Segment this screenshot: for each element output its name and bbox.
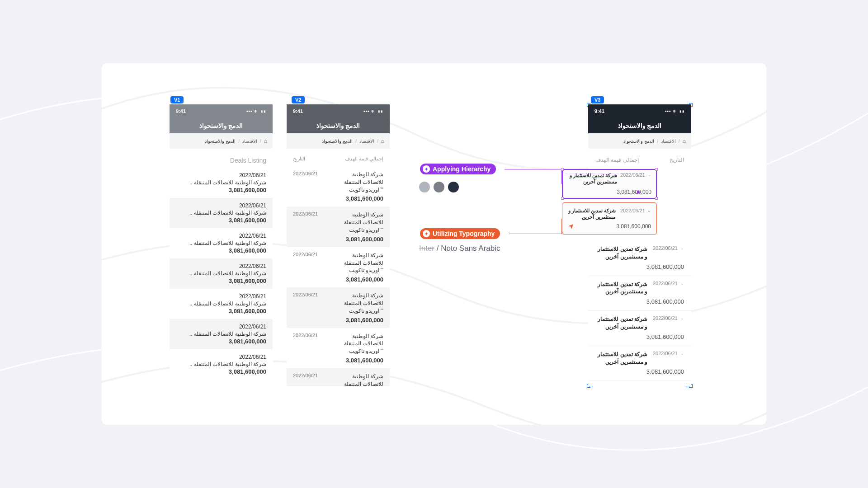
list-item[interactable]: 2022/06/21.. شركة الوطنية للاتصالات المت… — [170, 198, 273, 228]
crumb-parent[interactable]: الاقتصاد — [359, 139, 374, 144]
chevron-down-icon[interactable]: ⌄ — [680, 316, 684, 320]
list-item[interactable]: 2022/06/21شركة الوطنية للاتصالات المتنقل… — [287, 328, 390, 368]
annotation-typography[interactable]: ✦ Utilizing Typography — [420, 228, 500, 239]
deal-name: شركة تمدين للاستثمار و مستثمرين آخرين — [595, 281, 647, 296]
deal-name: .. شركة الوطنية للاتصالات المتنقلة — [176, 240, 266, 246]
deal-date: 2022/06/21 — [176, 172, 266, 178]
callout-name: شركة تمدين للاستثمار و مستثمرين آخرين — [568, 207, 616, 221]
deal-date: 2022/06/21 — [176, 324, 266, 330]
chevron-down-icon[interactable]: ⌄ — [680, 281, 684, 286]
deal-date: 2022/06/21 — [176, 263, 266, 269]
list-item[interactable]: 2022/06/21.. شركة الوطنية للاتصالات المت… — [170, 319, 273, 349]
deal-name: شركة تمدين للاستثمار و مستثمرين آخرين — [595, 315, 647, 331]
design-canvas: V1 V2 V3 9:41 ••• ᯤ ▮▮ الدمج والاستحواذ … — [102, 63, 766, 425]
chevron-down-icon[interactable]: ⌄ — [680, 351, 684, 356]
page-title: الدمج والاستحواذ — [588, 118, 691, 133]
breadcrumb[interactable]: الدمج والاستحواذ / الاقتصاد / ⌂ — [287, 133, 390, 149]
deal-amount: 3,081,600,000 — [176, 217, 266, 224]
deal-amount: 3,081,600,000 — [331, 276, 383, 283]
list-item[interactable]: شركة تمدين للاستثمار و مستثمرين آخرين202… — [588, 311, 691, 346]
status-bar: 9:41 ••• ᯤ ▮▮ — [588, 104, 691, 118]
deal-amount: 3,081,600,000 — [176, 368, 266, 375]
deal-name: شركة الوطنية للاتصالات المتنقلة "اوريدو … — [331, 292, 383, 314]
deal-date: 2022/06/21 — [176, 202, 266, 209]
list-item[interactable]: 2022/06/21شركة الوطنية للاتصالات المتنقل… — [287, 247, 390, 287]
deal-date: 2022/06/21 — [293, 171, 326, 202]
callout-hierarchy[interactable]: 2022/06/21⌄ شركة تمدين للاستثمار و مستثم… — [562, 169, 657, 199]
home-icon[interactable]: ⌂ — [683, 138, 686, 144]
crumb-parent[interactable]: الاقتصاد — [242, 139, 257, 144]
connector-line — [505, 169, 562, 184]
swatch-dark[interactable] — [448, 182, 459, 192]
deal-name: .. شركة الوطنية للاتصالات المتنقلة — [176, 179, 266, 186]
crumb-sep: / — [260, 139, 261, 144]
list-item[interactable]: 2022/06/21.. شركة الوطنية للاتصالات المت… — [170, 258, 273, 289]
status-time: 9:41 — [594, 108, 604, 114]
list-item[interactable]: شركة تمدين للاستثمار و مستثمرين آخرين202… — [588, 346, 691, 381]
annotation-label: Applying Hierarchy — [433, 165, 491, 173]
deal-date: 2022/06/21 — [653, 351, 678, 356]
list-item[interactable]: 2022/06/21شركة الوطنية للاتصالات المتنقل… — [287, 368, 390, 386]
deal-amount: 3,081,600,000 — [331, 317, 383, 324]
deals-list: شركة تمدين للاستثمار و مستثمرين آخرين202… — [588, 241, 691, 381]
swatch-light[interactable] — [419, 182, 430, 192]
deal-date: 2022/06/21 — [176, 293, 266, 300]
list-item[interactable]: 2022/06/21.. شركة الوطنية للاتصالات المت… — [170, 289, 273, 319]
typography-note: Inter / Noto Sans Arabic — [419, 244, 500, 253]
breadcrumb[interactable]: الدمج والاستحواذ / الاقتصاد / ⌂ — [588, 133, 691, 149]
annotation-hierarchy[interactable]: ✦ Applying Hierarchy — [420, 164, 496, 174]
deal-amount: 3,081,600,000 — [595, 333, 684, 340]
crumb-current[interactable]: الدمج والاستحواذ — [623, 139, 654, 144]
arrow-icon: ➤ — [567, 221, 577, 231]
list-item[interactable]: 2022/06/21شركة الوطنية للاتصالات المتنقل… — [287, 287, 390, 328]
col-date: التاريخ — [293, 156, 305, 162]
deal-amount: 3,081,600,000 — [331, 357, 383, 364]
deal-amount: 3,081,600,000 — [176, 187, 266, 193]
deal-date: 2022/06/21 — [293, 333, 326, 364]
deal-date: 2022/06/21 — [293, 211, 326, 242]
deal-amount: 3,081,600,000 — [595, 298, 684, 305]
deal-date: 2022/06/21 — [176, 233, 266, 239]
home-icon[interactable]: ⌂ — [264, 138, 267, 144]
color-swatches — [419, 182, 459, 192]
callout-amount: 3,081,600,000 — [568, 223, 651, 230]
deal-date: 2022/06/21 — [176, 354, 266, 360]
crumb-parent[interactable]: الاقتصاد — [661, 139, 676, 144]
list-item[interactable]: شركة تمدين للاستثمار و مستثمرين آخرين202… — [588, 241, 691, 276]
status-time: 9:41 — [293, 108, 303, 114]
listing-label: Deals Listing — [170, 149, 273, 168]
font-before: Inter — [419, 244, 434, 253]
list-item[interactable]: شركة تمدين للاستثمار و مستثمرين آخرين202… — [588, 276, 691, 311]
deal-date: 2022/06/21 — [293, 292, 326, 323]
callout-typography[interactable]: شركة تمدين للاستثمار و مستثمرين آخرين 20… — [562, 202, 657, 235]
deal-name: شركة الوطنية للاتصالات المتنقلة "اوريدو … — [331, 171, 383, 193]
crumb-current[interactable]: الدمج والاستحواذ — [322, 139, 353, 144]
list-item[interactable]: 2022/06/21شركة الوطنية للاتصالات المتنقل… — [287, 206, 390, 247]
deal-name: شركة الوطنية للاتصالات المتنقلة "اوريدو … — [331, 373, 383, 386]
list-item[interactable]: 2022/06/21.. شركة الوطنية للاتصالات المت… — [170, 228, 273, 258]
deal-date: 2022/06/21 — [653, 245, 678, 251]
status-icons: ••• ᯤ ▮▮ — [665, 109, 685, 114]
deal-name: .. شركة الوطنية للاتصالات المتنقلة — [176, 210, 266, 216]
connector-line — [509, 219, 562, 234]
chevron-down-icon[interactable]: ⌄ — [680, 246, 684, 250]
status-time: 9:41 — [176, 108, 186, 114]
col-target: إجمالي قيمة الهدف — [345, 156, 383, 162]
list-item[interactable]: 2022/06/21.. شركة الوطنية للاتصالات المت… — [170, 168, 273, 198]
crumb-current[interactable]: الدمج والاستحواذ — [205, 139, 236, 144]
list-item[interactable]: 2022/06/21.. شركة الوطنية للاتصالات المت… — [170, 349, 273, 380]
list-item[interactable]: 2022/06/21شركة الوطنية للاتصالات المتنقل… — [287, 166, 390, 206]
breadcrumb[interactable]: الدمج والاستحواذ / الاقتصاد / ⌂ — [170, 133, 273, 149]
star-icon: ✦ — [423, 165, 430, 173]
deal-amount: 3,081,600,000 — [595, 263, 684, 270]
swatch-mid[interactable] — [434, 182, 444, 192]
annotation-label: Utilizing Typography — [433, 230, 495, 237]
deal-amount: 3,081,600,000 — [176, 308, 266, 314]
deals-list: 2022/06/21.. شركة الوطنية للاتصالات المت… — [170, 168, 273, 380]
callout-name: شركة تمدين للاستثمار و مستثمرين آخرين — [567, 172, 617, 185]
deal-date: 2022/06/21 — [293, 373, 326, 386]
home-icon[interactable]: ⌂ — [381, 138, 384, 144]
version-badge-v3: V3 — [591, 96, 604, 103]
cursor-icon: ➤ — [636, 188, 642, 196]
deal-amount: 3,081,600,000 — [331, 195, 383, 202]
